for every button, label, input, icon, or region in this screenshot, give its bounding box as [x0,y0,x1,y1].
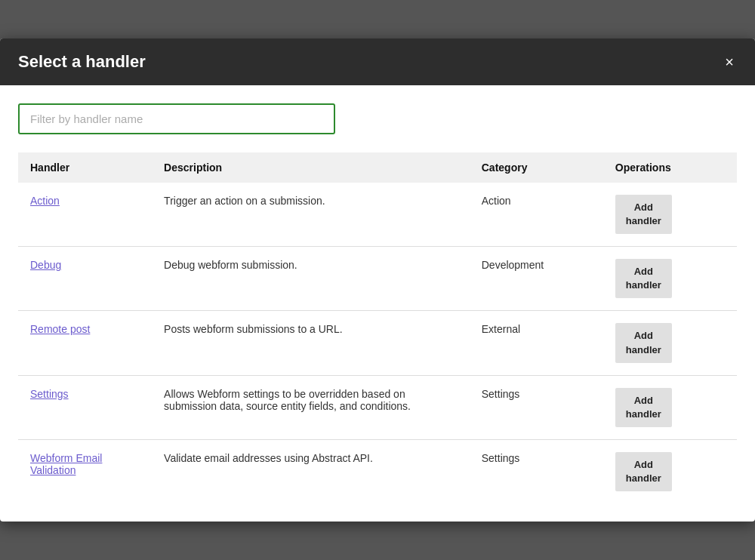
handler-link-2[interactable]: Remote post [30,323,90,335]
cell-category: Action [470,183,603,247]
cell-handler: Debug [18,246,152,310]
handler-link-4[interactable]: Webform Email Validation [30,452,140,476]
cell-handler: Webform Email Validation [18,440,152,504]
cell-operations: Add handler [603,440,737,504]
table-row: Remote postPosts webform submissions to … [18,311,737,375]
cell-category: External [470,311,603,375]
select-handler-modal: Select a handler × Handler Description C… [0,38,755,522]
filter-input[interactable] [18,103,335,134]
col-header-handler: Handler [18,152,152,183]
table-row: SettingsAllows Webform settings to be ov… [18,375,737,439]
cell-handler: Action [18,183,152,247]
cell-description: Allows Webform settings to be overridden… [152,375,470,439]
cell-description: Posts webform submissions to a URL. [152,311,470,375]
close-button[interactable]: × [722,54,737,69]
table-row: ActionTrigger an action on a submission.… [18,183,737,247]
cell-description: Validate email addresses using Abstract … [152,440,470,504]
add-handler-button-3[interactable]: Add handler [615,388,672,427]
handler-link-1[interactable]: Debug [30,259,61,271]
cell-category: Development [470,246,603,310]
cell-description: Debug webform submission. [152,246,470,310]
table-body: ActionTrigger an action on a submission.… [18,183,737,504]
cell-category: Settings [470,440,603,504]
handler-link-0[interactable]: Action [30,195,60,207]
cell-handler: Remote post [18,311,152,375]
col-header-category: Category [470,152,603,183]
handler-link-3[interactable]: Settings [30,388,69,400]
cell-description: Trigger an action on a submission. [152,183,470,247]
table-row: Webform Email ValidationValidate email a… [18,440,737,504]
add-handler-button-4[interactable]: Add handler [615,452,672,491]
col-header-operations: Operations [603,152,737,183]
modal-title: Select a handler [18,52,146,72]
cell-operations: Add handler [603,375,737,439]
add-handler-button-2[interactable]: Add handler [615,323,672,362]
cell-operations: Add handler [603,246,737,310]
col-header-description: Description [152,152,470,183]
add-handler-button-0[interactable]: Add handler [615,195,672,234]
modal-body: Handler Description Category Operations … [0,85,755,522]
handlers-table: Handler Description Category Operations … [18,152,737,504]
cell-handler: Settings [18,375,152,439]
add-handler-button-1[interactable]: Add handler [615,259,672,298]
cell-operations: Add handler [603,183,737,247]
table-header: Handler Description Category Operations [18,152,737,183]
table-row: DebugDebug webform submission.Developmen… [18,246,737,310]
cell-category: Settings [470,375,603,439]
cell-operations: Add handler [603,311,737,375]
modal-header: Select a handler × [0,38,755,85]
